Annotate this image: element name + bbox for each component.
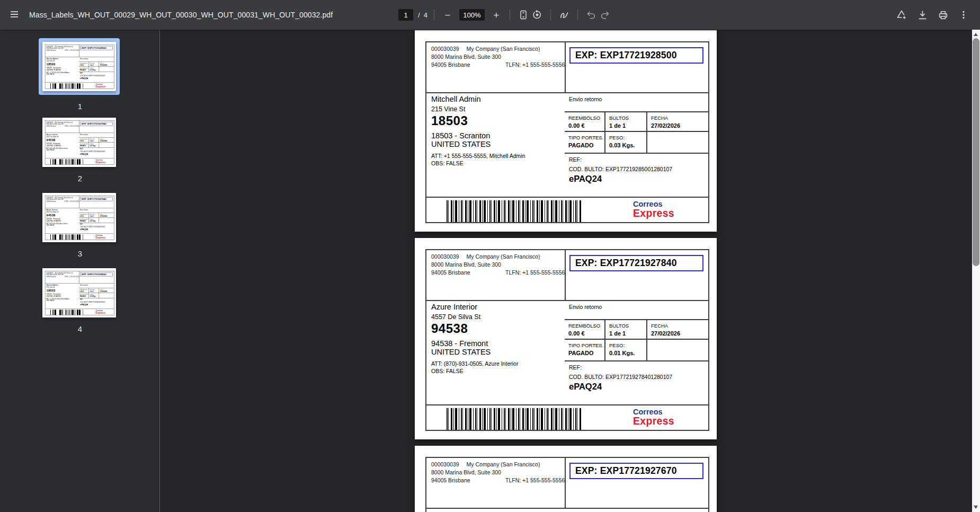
- label-row-divider: [426, 92, 708, 93]
- shipping-details-table: REEMBOLSO0.00 € BULTOS1 de 1 FECHA27/02/…: [79, 137, 114, 148]
- tracking-number: EXP: EXP17721928500: [82, 273, 106, 276]
- pdf-viewer[interactable]: 000030039My Company (San Francisco) 8000…: [161, 30, 972, 512]
- sender-block: 000030039My Company (San Francisco) 8000…: [47, 197, 80, 202]
- page-separator: /: [418, 11, 420, 19]
- sender-phone: TLFN: +1 555-555-5556: [65, 49, 79, 51]
- tracking-number-box: EXP: EXP17721927840: [569, 255, 703, 271]
- vertical-scrollbar[interactable]: [972, 30, 980, 512]
- fecha-value: 27/02/2026: [100, 290, 114, 292]
- reembolso-label: REEMBOLSO: [568, 115, 604, 121]
- sender-name: My Company (San Francisco): [467, 253, 540, 260]
- product-code: ePAQ24: [80, 153, 88, 155]
- recipient-zip: 94538: [47, 213, 56, 217]
- sender-address: 8000 Marina Blvd, Suite 300: [431, 261, 569, 269]
- recipient-city: 94538 - Fremont: [431, 339, 488, 348]
- ref-label: REF:: [569, 364, 582, 370]
- scroll-down-arrow-icon[interactable]: [974, 506, 978, 509]
- barcode: [50, 83, 83, 89]
- tracking-number-box: EXP: EXP17721927670: [569, 463, 703, 479]
- sender-address: 8000 Marina Blvd, Suite 300: [431, 53, 569, 61]
- scrollbar-thumb[interactable]: [973, 38, 979, 266]
- fit-page-button[interactable]: [516, 8, 530, 22]
- express-wordmark: Express: [95, 85, 105, 88]
- reembolso-label: REEMBOLSO: [80, 63, 89, 64]
- reembolso-value: 0.00 €: [80, 290, 89, 292]
- correos-express-logo: Correos Express: [95, 310, 105, 314]
- correos-express-logo: Correos Express: [633, 408, 674, 426]
- sender-phone: TLFN: +1 555-555-5556: [505, 269, 565, 277]
- bultos-value: 1 de 1: [90, 290, 99, 292]
- thumbnail-page-4[interactable]: 000030039My Company (San Francisco) 8000…: [42, 268, 116, 317]
- bultos-label: BULTOS: [90, 63, 99, 64]
- pdf-toolbar: Mass_Labels_WH_OUT_00029_WH_OUT_00030_WH…: [0, 0, 980, 30]
- tipo-portes-value: PAGADO: [80, 220, 89, 222]
- zoom-out-button[interactable]: −: [441, 8, 455, 22]
- hamburger-icon: [9, 9, 20, 21]
- tipo-portes-value: PAGADO: [568, 350, 604, 356]
- zoom-level[interactable]: 100%: [459, 9, 485, 21]
- toolbar-divider: [510, 9, 510, 21]
- pdf-page-2: 000030039My Company (San Francisco) 8000…: [415, 238, 717, 439]
- thumbnail-page-number: 2: [0, 174, 160, 183]
- drive-add-icon: [896, 9, 907, 21]
- peso-label: PESO:: [609, 135, 646, 140]
- bultos-label: BULTOS: [609, 115, 646, 121]
- sender-block: 000030039My Company (San Francisco) 8000…: [431, 45, 569, 69]
- sender-phone: TLFN: +1 555-555-5556: [505, 476, 565, 484]
- shipping-label: 000030039My Company (San Francisco) 8000…: [45, 45, 114, 89]
- sender-id: 000030039: [431, 46, 459, 52]
- thumbnail-page-1[interactable]: 000030039My Company (San Francisco) 8000…: [39, 38, 120, 95]
- thumbnail-sidebar[interactable]: 000030039My Company (San Francisco) 8000…: [0, 30, 160, 512]
- redo-icon: [600, 10, 610, 20]
- recipient-city: 18503 - Scranton: [431, 131, 490, 140]
- peso-value: 0.03 Kgs.: [90, 69, 99, 70]
- recipient-name: Mitchell Admin: [431, 95, 480, 103]
- sender-block: 000030039My Company (San Francisco) 8000…: [431, 253, 569, 277]
- more-options-button[interactable]: [957, 8, 970, 22]
- cod-bulto: COD. BULTO: EXP177219285001280107: [80, 75, 105, 76]
- fecha-label: FECHA: [100, 138, 114, 140]
- empty-cell: [99, 143, 114, 148]
- recipient-street: 215 Vine St: [431, 105, 465, 113]
- download-icon: [917, 10, 928, 21]
- thumbnail-page-2[interactable]: 000030039My Company (San Francisco) 8000…: [42, 118, 116, 167]
- fit-page-icon: [518, 10, 529, 20]
- tracking-number: EXP: EXP17721927840: [82, 198, 106, 200]
- cod-bulto: COD. BULTO: EXP177219278401280107: [80, 226, 105, 227]
- tipo-portes-label: TIPO PORTES.: [568, 135, 604, 140]
- shipping-details-table: REEMBOLSO0.00 € BULTOS1 de 1 FECHA27/02/…: [79, 61, 114, 72]
- save-to-drive-button[interactable]: [895, 8, 908, 22]
- page-number-input[interactable]: [398, 9, 413, 21]
- recipient-observations: OBS: FALSE: [47, 225, 55, 226]
- peso-label: PESO:: [90, 67, 99, 69]
- scroll-up-arrow-icon[interactable]: [974, 33, 978, 36]
- sender-block: 000030039My Company (San Francisco) 8000…: [431, 461, 569, 484]
- sender-city: 94005 Brisbane: [47, 49, 56, 51]
- kebab-menu-icon: [958, 10, 969, 20]
- thumbnail-page-3[interactable]: 000030039My Company (San Francisco) 8000…: [42, 193, 116, 242]
- thumbnail-image: 000030039My Company (San Francisco) 8000…: [42, 42, 116, 91]
- annotate-button[interactable]: [557, 8, 571, 22]
- shipping-label: 000030039My Company (San Francisco) 8000…: [45, 196, 114, 240]
- tracking-number: EXP: EXP17721928500: [82, 47, 106, 49]
- fecha-value: 27/02/2026: [100, 64, 114, 66]
- correos-express-logo: Correos Express: [95, 83, 105, 88]
- rotate-button[interactable]: [530, 8, 544, 22]
- print-button[interactable]: [936, 8, 950, 22]
- menu-button[interactable]: [4, 4, 25, 25]
- ref-label: REF:: [80, 224, 83, 225]
- bultos-value: 1 de 1: [90, 215, 99, 217]
- page-count: 4: [424, 11, 427, 19]
- fecha-value: 27/02/2026: [100, 215, 114, 217]
- undo-button[interactable]: [584, 8, 598, 22]
- sender-phone: TLFN: +1 555-555-5556: [65, 276, 79, 278]
- redo-button[interactable]: [598, 8, 612, 22]
- download-button[interactable]: [915, 8, 929, 22]
- product-code: ePAQ24: [80, 228, 88, 231]
- cod-bulto: COD. BULTO: EXP177219285001280107: [80, 301, 105, 303]
- zoom-in-button[interactable]: +: [489, 8, 503, 22]
- print-icon: [938, 10, 949, 21]
- shipping-details-table: REEMBOLSO0.00 € BULTOS1 de 1 FECHA27/02/…: [79, 288, 114, 298]
- sender-city: 94005 Brisbane: [47, 200, 56, 202]
- document-title: Mass_Labels_WH_OUT_00029_WH_OUT_00030_WH…: [29, 11, 333, 19]
